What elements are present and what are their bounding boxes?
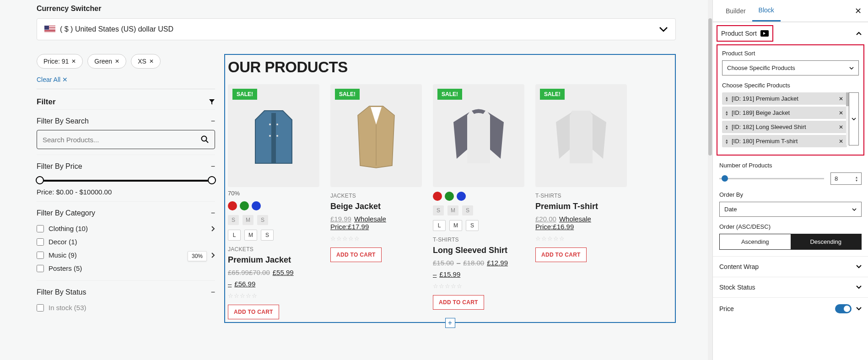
status-item[interactable]: In stock (53) (37, 301, 215, 314)
close-icon[interactable]: ✕ (839, 124, 843, 130)
size-option[interactable]: S (228, 215, 239, 225)
orderby-select[interactable]: Date (719, 202, 862, 217)
color-swatch-blue[interactable] (457, 192, 466, 201)
filter-tag[interactable]: Price: 91✕ (37, 54, 83, 69)
category-item[interactable]: Posters (5) (37, 262, 215, 275)
add-block-button[interactable]: + (445, 318, 455, 328)
slider-handle[interactable] (722, 175, 728, 182)
minus-icon[interactable]: − (211, 117, 215, 125)
order-desc-option[interactable]: Descending (791, 234, 862, 249)
chosen-dropdown-toggle[interactable] (849, 92, 859, 145)
scrollbar-thumb[interactable] (708, 18, 712, 156)
search-input[interactable] (43, 136, 201, 144)
size-option[interactable]: M (449, 220, 462, 231)
chosen-product[interactable]: ▴▾[ID: 180] Premium T-shirt✕ (722, 135, 847, 147)
checkbox[interactable] (37, 238, 44, 246)
add-to-cart-button[interactable]: ADD TO CART (330, 247, 382, 262)
currency-switcher-title: Currency Switcher (37, 5, 676, 13)
close-icon[interactable]: ✕ (149, 58, 154, 64)
search-icon[interactable] (201, 135, 209, 144)
color-swatch-green[interactable] (445, 192, 454, 201)
size-option[interactable]: S (433, 205, 444, 215)
add-to-cart-button[interactable]: ADD TO CART (433, 295, 484, 310)
video-icon[interactable] (760, 30, 769, 37)
color-swatch-green[interactable] (240, 201, 249, 210)
slider-handle-max[interactable] (208, 176, 216, 184)
chosen-product[interactable]: ▴▾[ID: 189] Beige Jacket✕ (722, 107, 847, 119)
category-item[interactable]: Decor (1) (37, 235, 215, 248)
close-icon[interactable]: ✕ (839, 96, 843, 102)
size-option[interactable]: S (261, 230, 274, 241)
drag-handle-icon[interactable]: ▴▾ (726, 124, 728, 130)
size-option[interactable]: L (433, 220, 446, 231)
minus-icon[interactable]: − (211, 162, 215, 171)
tab-block[interactable]: Block (752, 0, 781, 21)
order-asc-option[interactable]: Ascending (720, 234, 791, 249)
add-to-cart-button[interactable]: ADD TO CART (228, 305, 279, 319)
checkbox[interactable] (37, 304, 44, 312)
checkbox[interactable] (37, 225, 44, 232)
section-content-wrap[interactable]: Content Wrap (713, 256, 868, 277)
num-products-slider[interactable] (719, 178, 824, 179)
category-item[interactable]: Clothing (10) (37, 222, 88, 235)
price-slider[interactable] (39, 180, 212, 182)
sale-badge: SALE! (232, 89, 257, 100)
color-swatch-red[interactable] (228, 201, 237, 210)
num-products-input[interactable]: 8▴▾ (830, 172, 862, 185)
drag-handle-icon[interactable]: ▴▾ (726, 139, 728, 144)
drag-handle-icon[interactable]: ▴▾ (726, 110, 728, 116)
size-option[interactable]: M (243, 215, 253, 225)
drag-handle-icon[interactable]: ▴▾ (726, 96, 728, 102)
chosen-product[interactable]: ▴▾[ID: 182] Long Sleeved Shirt✕ (722, 121, 847, 133)
close-icon[interactable]: ✕ (71, 58, 76, 64)
size-option[interactable]: S (462, 205, 473, 215)
category-item[interactable]: Music (9) (37, 248, 77, 262)
color-swatch-blue[interactable] (252, 201, 261, 210)
order-toggle[interactable]: Ascending Descending (719, 234, 862, 250)
close-icon[interactable]: ✕ (115, 58, 119, 64)
section-product-sort-header[interactable]: Product Sort (717, 25, 773, 42)
search-input-wrap[interactable] (37, 130, 215, 149)
close-icon[interactable]: ✕ (839, 110, 843, 116)
checkbox[interactable] (37, 265, 44, 272)
scrollbar[interactable] (708, 0, 712, 360)
chevron-right-icon[interactable] (211, 253, 215, 258)
filter-tag[interactable]: XS✕ (131, 54, 161, 69)
close-icon[interactable]: ✕ (839, 138, 843, 145)
size-option[interactable]: S (257, 215, 268, 225)
product-name[interactable]: Premium Jacket (228, 255, 319, 265)
size-option[interactable]: S (466, 220, 479, 231)
minus-icon[interactable]: − (211, 209, 215, 217)
product-name[interactable]: Long Sleeved Shirt (433, 246, 524, 255)
chevron-right-icon[interactable] (211, 226, 215, 231)
add-to-cart-button[interactable]: ADD TO CART (535, 247, 587, 262)
price-toggle[interactable] (835, 304, 852, 313)
chevron-up-icon[interactable] (856, 32, 862, 35)
stepper-arrows-icon[interactable]: ▴▾ (856, 176, 857, 182)
product-sort-select[interactable]: Choose Specific Products (722, 60, 859, 75)
minus-icon[interactable]: − (211, 288, 215, 296)
product-image[interactable]: SALE! (535, 84, 627, 187)
product-image[interactable]: SALE! (330, 84, 422, 187)
slider-handle-min[interactable] (36, 176, 44, 184)
color-swatch-red[interactable] (433, 192, 442, 201)
size-option[interactable]: M (447, 205, 458, 215)
size-option[interactable]: L (228, 230, 241, 241)
size-option[interactable]: M (244, 230, 257, 241)
product-image[interactable]: SALE! (228, 84, 319, 187)
section-price[interactable]: Price (713, 297, 868, 320)
product-image[interactable]: SALE! (433, 84, 524, 187)
product-name[interactable]: Premium T-shirt (535, 202, 627, 211)
chosen-product[interactable]: ▴▾[ID: 191] Premium Jacket✕ (722, 92, 847, 105)
clear-all-link[interactable]: Clear All ✕ (37, 76, 68, 83)
products-block-selected[interactable]: OUR PRODUCTS SALE! 70% (224, 54, 676, 323)
checkbox[interactable] (37, 252, 44, 259)
filter-tag[interactable]: Green✕ (87, 54, 126, 69)
section-stock-status[interactable]: Stock Status (713, 277, 868, 297)
filter-icon[interactable] (209, 99, 215, 105)
tab-builder[interactable]: Builder (719, 1, 752, 21)
currency-select[interactable]: ( $ ) United States (US) dollar USD (37, 18, 676, 40)
product-name[interactable]: Beige Jacket (330, 202, 422, 211)
filter-tags: Price: 91✕ Green✕ XS✕ (37, 54, 215, 69)
close-icon[interactable]: ✕ (855, 6, 862, 16)
